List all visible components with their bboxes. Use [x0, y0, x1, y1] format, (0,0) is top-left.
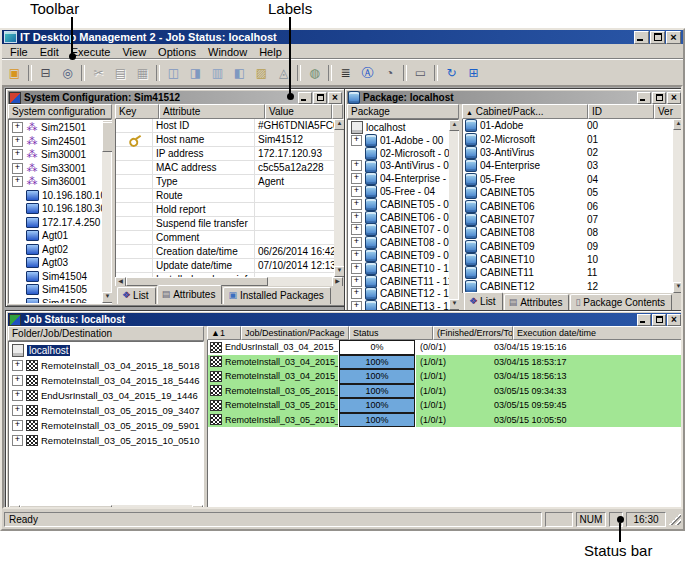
close-button[interactable] — [666, 31, 681, 44]
maximize-button[interactable] — [313, 92, 327, 104]
column-header-status[interactable]: Status — [349, 326, 433, 340]
column-header-cabinet[interactable]: ▲ Cabinet/Pack... — [462, 104, 588, 119]
tree-item[interactable]: CABINET06 - 06 — [348, 211, 449, 224]
tree-item[interactable]: 04-Enterprise - 03 — [348, 172, 449, 185]
attribute-row[interactable]: Host name Sim41512 — [116, 133, 334, 147]
scroll-thumb[interactable] — [20, 505, 112, 509]
tree-item[interactable]: CABINET12 - 12 — [348, 288, 449, 301]
attribute-row[interactable]: MAC address c5c55a12a228 — [116, 161, 334, 175]
attribute-row[interactable]: Suspend file transfer — [116, 217, 334, 231]
tree-item-root[interactable]: localhost — [348, 121, 449, 134]
close-button[interactable] — [667, 314, 681, 326]
grid-button[interactable]: ⊞ — [463, 63, 484, 82]
package-row[interactable]: CABINET07 07 — [463, 213, 673, 226]
package-row[interactable]: CABINET06 06 — [463, 199, 673, 212]
expand-icon[interactable] — [351, 237, 362, 248]
tree-item[interactable]: 10.196.180.30 — [9, 202, 102, 216]
minimize-button[interactable] — [298, 92, 312, 104]
menu-item[interactable]: Edit — [34, 45, 65, 59]
maximize-button[interactable] — [652, 92, 666, 104]
package-box-button[interactable]: ◧ — [229, 63, 250, 82]
attribute-row[interactable]: Hold report — [116, 203, 334, 217]
tree-item[interactable]: CABINET05 - 05 — [348, 198, 449, 211]
print-button[interactable]: ⊟ — [35, 63, 56, 82]
attribute-row[interactable]: Comment — [116, 231, 334, 245]
job-row[interactable]: RemoteInstall_03_05_2015_10_0510 100% (1… — [208, 413, 682, 428]
column-header-attribute[interactable]: Attribute — [159, 104, 265, 119]
tree-item[interactable]: Sim36001 — [9, 175, 102, 189]
package-row[interactable]: CABINET11 11 — [463, 266, 673, 279]
expand-icon[interactable] — [12, 420, 23, 431]
minimize-button[interactable] — [637, 92, 651, 104]
scroll-left-icon[interactable]: ◀ — [9, 505, 20, 509]
menu-item[interactable]: File — [4, 45, 34, 59]
column-header-key[interactable]: Key — [115, 104, 159, 119]
tree-item[interactable]: Sim41505 — [9, 283, 102, 297]
expand-icon[interactable] — [12, 149, 23, 160]
package-row[interactable]: 02-Microsoft 01 — [463, 132, 673, 145]
attribute-row[interactable]: Host ID #GH6TDNIA5FC641DTL4TV0 — [116, 119, 334, 133]
tree-item[interactable]: RemoteInstall_03_04_2015_18_5018 — [9, 358, 203, 373]
horizontal-scrollbar[interactable]: ◀ ▶ — [115, 277, 343, 286]
tree-item[interactable]: Sim41506 — [9, 297, 102, 304]
package-row[interactable]: CABINET10 10 — [463, 253, 673, 266]
tree-view-button[interactable]: ≣ — [335, 63, 356, 82]
tree-item[interactable]: CABINET13 - 13 — [348, 300, 449, 310]
job-row[interactable]: RemoteInstall_03_05_2015_09_5901 100% (1… — [208, 398, 682, 413]
job-row[interactable]: RemoteInstall_03_04_2015_18_5018 100% (1… — [208, 355, 682, 370]
vertical-scrollbar[interactable]: ▲ ▼ — [102, 120, 111, 303]
column-header-value[interactable]: Value — [265, 104, 332, 119]
package-row[interactable]: 04-Enterprise 03 — [463, 159, 673, 172]
expand-icon[interactable] — [351, 135, 362, 146]
expand-icon[interactable] — [351, 212, 362, 223]
expand-icon[interactable] — [351, 160, 362, 171]
expand-icon[interactable] — [12, 435, 23, 446]
expand-icon[interactable] — [351, 276, 362, 287]
tab[interactable]: Installed Packages — [223, 287, 330, 304]
expand-icon[interactable] — [12, 360, 23, 371]
expand-icon[interactable] — [351, 186, 362, 197]
package-row[interactable]: 05-Free 04 — [463, 173, 673, 186]
job-create-button[interactable]: ▨ — [251, 63, 272, 82]
column-header-job[interactable]: Job/Destination/Package — [241, 326, 349, 340]
tree-item[interactable]: 10.196.180.100 — [9, 189, 102, 203]
job-row[interactable]: RemoteInstall_03_04_2015_18_5446 100% (1… — [208, 369, 682, 384]
paste-button[interactable]: ▦ — [132, 63, 153, 82]
job-row[interactable]: RemoteInstall_03_05_2015_09_3407 100% (1… — [208, 384, 682, 399]
tree-item[interactable]: RemoteInstall_03_05_2015_09_5901 — [9, 418, 203, 433]
maximize-button[interactable] — [650, 31, 665, 44]
tree-item[interactable]: Agt01 — [9, 229, 102, 243]
globe-button[interactable]: ◔ — [379, 63, 400, 82]
job-status-title-bar[interactable]: Job Status: localhost — [8, 313, 682, 326]
tree-item[interactable]: CABINET09 - 09 — [348, 249, 449, 262]
package-row[interactable]: 01-Adobe 00 — [463, 119, 673, 132]
tree-item[interactable]: 02-Microsoft - 01 — [348, 147, 449, 160]
tree-item[interactable]: RemoteInstall_03_04_2015_18_5446 — [9, 373, 203, 388]
tree-item[interactable]: Sim30001 — [9, 148, 102, 162]
expand-icon[interactable] — [12, 136, 23, 147]
expand-icon[interactable] — [351, 288, 362, 299]
package-create-button[interactable]: ◫ — [163, 63, 184, 82]
job-row[interactable]: EndUsrInstall_03_04_2015_19_1446 0% (0/0… — [208, 340, 682, 355]
menu-item[interactable]: Options — [152, 45, 202, 59]
tree-item[interactable]: Sim41504 — [9, 270, 102, 284]
package-list-button[interactable]: ▥ — [207, 63, 228, 82]
column-header-counts[interactable]: (Finished/Errors/Tot... — [433, 326, 513, 340]
minimize-button[interactable] — [637, 314, 651, 326]
copy-button[interactable]: ▤ — [110, 63, 131, 82]
cut-button[interactable]: ✂ — [88, 63, 109, 82]
expand-icon[interactable] — [351, 250, 362, 261]
expand-icon[interactable] — [351, 301, 362, 310]
column-header-sort[interactable]: ▲1 — [207, 326, 241, 340]
expand-icon[interactable] — [12, 122, 23, 133]
tree-item-root[interactable]: localhost — [9, 343, 203, 358]
tree-item[interactable]: CABINET11 - 11 — [348, 275, 449, 288]
package-row[interactable]: 03-AntiVirus 02 — [463, 146, 673, 159]
expand-icon[interactable] — [12, 405, 23, 416]
tree-item[interactable]: RemoteInstall_03_05_2015_10_0510 — [9, 433, 203, 448]
package-row[interactable]: CABINET12 12 — [463, 280, 673, 293]
attribute-row[interactable]: Creation date/time 06/26/2014 16:42:19 — [116, 245, 334, 259]
tree-item[interactable]: CABINET10 - 10 — [348, 262, 449, 275]
scroll-down-icon[interactable]: ▼ — [673, 282, 683, 293]
refresh-button[interactable]: ↻ — [441, 63, 462, 82]
